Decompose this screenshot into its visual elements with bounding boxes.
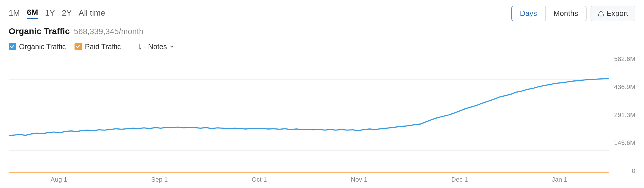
toolbar: 1M 6M 1Y 2Y All time Days Months Export bbox=[9, 6, 635, 21]
x-axis: Aug 1 Sep 1 Oct 1 Nov 1 Dec 1 Jan 1 bbox=[9, 174, 609, 185]
months-view-button[interactable]: Months bbox=[545, 6, 587, 21]
time-tabs: 1M 6M 1Y 2Y All time bbox=[9, 8, 105, 19]
stat-value: 568,339,345/month bbox=[74, 27, 144, 36]
chart-svg bbox=[9, 56, 609, 174]
export-button[interactable]: Export bbox=[591, 6, 635, 21]
y-label-1: 436.9M bbox=[614, 84, 635, 90]
x-label-jan: Jan 1 bbox=[552, 176, 567, 183]
export-icon bbox=[598, 10, 604, 17]
y-axis: 582.6M 436.9M 291.3M 145.6M 0 bbox=[609, 56, 635, 185]
y-label-2: 291.3M bbox=[614, 112, 635, 118]
stats-row: Organic Traffic 568,339,345/month bbox=[9, 26, 635, 36]
notes-button[interactable]: Notes bbox=[139, 43, 174, 51]
x-label-nov: Nov 1 bbox=[351, 176, 367, 183]
stat-label: Organic Traffic bbox=[9, 26, 70, 36]
y-label-0: 582.6M bbox=[614, 56, 635, 62]
x-label-sep: Sep 1 bbox=[151, 176, 168, 183]
tab-1m[interactable]: 1M bbox=[9, 8, 20, 19]
x-label-dec: Dec 1 bbox=[451, 176, 468, 183]
toolbar-right: Days Months Export bbox=[511, 6, 635, 21]
tab-1y[interactable]: 1Y bbox=[45, 8, 55, 19]
chart-container: Aug 1 Sep 1 Oct 1 Nov 1 Dec 1 Jan 1 582.… bbox=[9, 56, 635, 185]
legend-organic[interactable]: Organic Traffic bbox=[9, 43, 66, 51]
tab-all-time[interactable]: All time bbox=[79, 8, 105, 19]
tab-6m[interactable]: 6M bbox=[27, 8, 38, 19]
tab-2y[interactable]: 2Y bbox=[62, 8, 72, 19]
chevron-down-icon bbox=[169, 44, 174, 49]
y-label-4: 0 bbox=[632, 168, 635, 174]
x-label-aug: Aug 1 bbox=[51, 176, 67, 183]
chart-inner bbox=[9, 56, 609, 174]
days-view-button[interactable]: Days bbox=[511, 6, 545, 21]
organic-checkbox[interactable] bbox=[9, 43, 16, 50]
paid-checkbox[interactable] bbox=[75, 43, 82, 50]
x-label-oct: Oct 1 bbox=[252, 176, 267, 183]
check-icon bbox=[10, 44, 15, 49]
y-label-3: 145.6M bbox=[614, 140, 635, 146]
notes-icon bbox=[139, 43, 146, 50]
legend-paid[interactable]: Paid Traffic bbox=[75, 43, 121, 51]
legend: Organic Traffic Paid Traffic Notes bbox=[9, 42, 635, 51]
chart-area: Aug 1 Sep 1 Oct 1 Nov 1 Dec 1 Jan 1 bbox=[9, 56, 609, 185]
legend-divider bbox=[130, 42, 130, 51]
check-icon-paid bbox=[76, 44, 81, 49]
